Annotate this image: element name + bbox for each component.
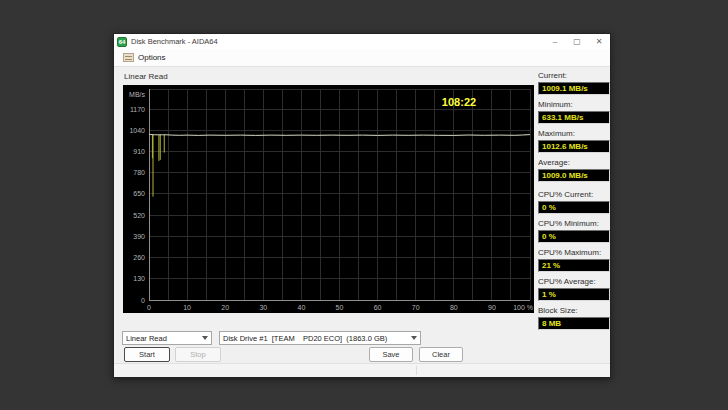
svg-text:MB/s: MB/s	[129, 91, 145, 98]
svg-text:1040: 1040	[129, 127, 145, 134]
svg-text:520: 520	[133, 212, 145, 219]
test-type-select[interactable]: Linear Read	[122, 331, 212, 345]
svg-text:650: 650	[133, 190, 145, 197]
svg-text:0: 0	[147, 304, 151, 311]
menu-item-options[interactable]: Options	[119, 51, 170, 65]
clear-button[interactable]: Clear	[419, 347, 463, 362]
stat-value: 633.1 MB/s	[538, 111, 610, 124]
stat-value: 21 %	[538, 259, 610, 272]
svg-text:130: 130	[133, 275, 145, 282]
svg-text:70: 70	[412, 304, 420, 311]
status-bar	[114, 363, 610, 377]
svg-text:90: 90	[488, 304, 496, 311]
stat-label: Block Size:	[538, 306, 610, 315]
start-button[interactable]: Start	[124, 347, 170, 362]
disk-drive-value: Disk Drive #1 [TEAM PD20 ECO] (1863.0 GB…	[223, 334, 409, 343]
disk-benchmark-window: 64 Disk Benchmark - AIDA64 – ▢ ✕ Options…	[113, 33, 611, 378]
stat-current: Current: 1009.1 MB/s	[538, 71, 610, 95]
svg-text:260: 260	[133, 254, 145, 261]
svg-text:910: 910	[133, 148, 145, 155]
stat-label: Average:	[538, 158, 610, 167]
stat-value: 1009.1 MB/s	[538, 82, 610, 95]
stat-cpu-average: CPU% Average: 1 %	[538, 277, 610, 301]
close-button[interactable]: ✕	[588, 34, 610, 49]
stat-label: Current:	[538, 71, 610, 80]
stat-block-size: Block Size: 8 MB	[538, 306, 610, 330]
stat-minimum: Minimum: 633.1 MB/s	[538, 100, 610, 124]
chevron-down-icon	[202, 336, 208, 340]
svg-text:40: 40	[298, 304, 306, 311]
stat-label: CPU% Average:	[538, 277, 610, 286]
svg-text:0: 0	[141, 297, 145, 304]
window-title: Disk Benchmark - AIDA64	[131, 37, 544, 46]
svg-text:60: 60	[374, 304, 382, 311]
svg-text:50: 50	[336, 304, 344, 311]
stat-value: 1 %	[538, 288, 610, 301]
svg-text:100 %: 100 %	[513, 304, 533, 311]
benchmark-chart: MB/s013026039052065078091010401170010203…	[123, 85, 534, 313]
menu-item-label: Options	[138, 53, 166, 62]
stat-label: CPU% Minimum:	[538, 219, 610, 228]
desktop-background: 64 Disk Benchmark - AIDA64 – ▢ ✕ Options…	[0, 0, 728, 410]
stat-value: 1009.0 MB/s	[538, 169, 610, 182]
svg-text:1170: 1170	[130, 106, 145, 113]
stats-panel: Current: 1009.1 MB/s Minimum: 633.1 MB/s…	[538, 71, 610, 335]
stat-maximum: Maximum: 1012.6 MB/s	[538, 129, 610, 153]
save-button[interactable]: Save	[369, 347, 413, 362]
stat-average: Average: 1009.0 MB/s	[538, 158, 610, 182]
aida64-app-icon: 64	[117, 37, 127, 47]
maximize-button[interactable]: ▢	[566, 34, 588, 49]
disk-drive-select[interactable]: Disk Drive #1 [TEAM PD20 ECO] (1863.0 GB…	[219, 331, 421, 345]
stat-value: 0 %	[538, 230, 610, 243]
stat-label: Minimum:	[538, 100, 610, 109]
test-type-value: Linear Read	[126, 334, 200, 343]
svg-text:80: 80	[450, 304, 458, 311]
stat-value: 0 %	[538, 201, 610, 214]
stat-label: CPU% Maximum:	[538, 248, 610, 257]
title-bar[interactable]: 64 Disk Benchmark - AIDA64 – ▢ ✕	[114, 34, 610, 49]
status-bar-divider	[416, 366, 417, 375]
stat-label: Maximum:	[538, 129, 610, 138]
stat-cpu-minimum: CPU% Minimum: 0 %	[538, 219, 610, 243]
minimize-button[interactable]: –	[544, 34, 566, 49]
stat-value: 1012.6 MB/s	[538, 140, 610, 153]
menu-bar: Options	[114, 49, 610, 67]
chart-canvas: MB/s013026039052065078091010401170010203…	[123, 85, 534, 313]
svg-text:20: 20	[221, 304, 229, 311]
options-icon	[123, 53, 134, 62]
stat-cpu-current: CPU% Current: 0 %	[538, 190, 610, 214]
benchmark-type-heading: Linear Read	[124, 72, 168, 81]
stat-cpu-maximum: CPU% Maximum: 21 %	[538, 248, 610, 272]
svg-text:30: 30	[259, 304, 267, 311]
svg-text:390: 390	[133, 233, 145, 240]
svg-text:780: 780	[133, 169, 145, 176]
stop-button[interactable]: Stop	[175, 347, 221, 362]
chevron-down-icon	[411, 336, 417, 340]
svg-text:10: 10	[183, 304, 191, 311]
stat-value: 8 MB	[538, 317, 610, 330]
elapsed-time: 108:22	[442, 96, 476, 108]
stat-label: CPU% Current:	[538, 190, 610, 199]
